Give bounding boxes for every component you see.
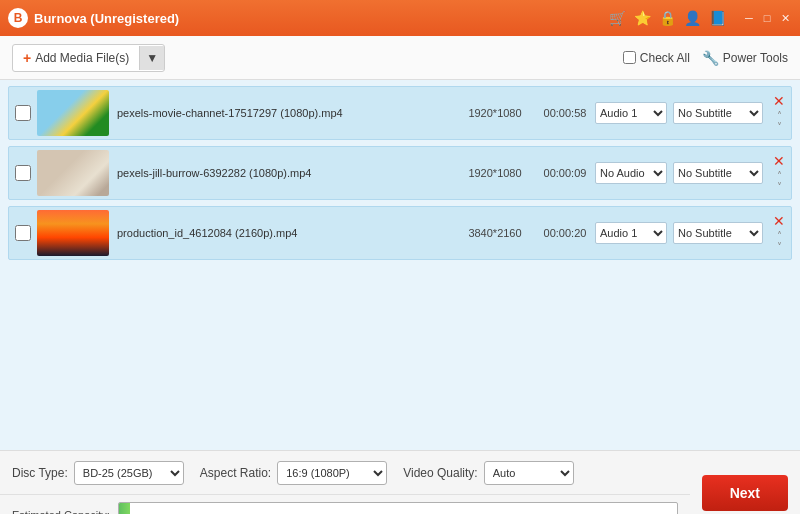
row-audio-select[interactable]: Audio 1Audio 2No Audio <box>595 102 667 124</box>
row-checkbox[interactable] <box>15 105 31 121</box>
row-subtitle-group: No SubtitleSubtitle 1 <box>673 222 763 244</box>
file-list: pexels-movie-channet-17517297 (1080p).mp… <box>0 80 800 450</box>
aspect-ratio-group: Aspect Ratio: 16:9 (1080P)4:316:9 (720P) <box>200 461 387 485</box>
add-media-button[interactable]: + Add Media File(s) ▼ <box>12 44 165 72</box>
logo-letter: B <box>14 11 23 25</box>
row-order-arrows: ˄˅ <box>777 170 782 192</box>
video-quality-label: Video Quality: <box>403 466 478 480</box>
aspect-ratio-select[interactable]: 16:9 (1080P)4:316:9 (720P) <box>277 461 387 485</box>
row-delete-button[interactable]: ✕ <box>773 214 785 228</box>
row-actions: ✕˄˅ <box>773 214 785 252</box>
bottom-controls: Disc Type: BD-25 (25GB)BD-50 (50GB)DVD-5… <box>0 451 690 495</box>
row-up-arrow[interactable]: ˄ <box>777 110 782 121</box>
row-audio-select[interactable]: Audio 1Audio 2No Audio <box>595 162 667 184</box>
row-actions: ✕˄˅ <box>773 154 785 192</box>
row-filename: pexels-movie-channet-17517297 (1080p).mp… <box>117 107 455 119</box>
restore-button[interactable]: □ <box>760 11 774 25</box>
user-icon[interactable]: 👤 <box>684 10 701 26</box>
app-logo: B <box>8 8 28 28</box>
row-up-arrow[interactable]: ˄ <box>777 230 782 241</box>
capacity-fill <box>119 503 130 514</box>
row-down-arrow[interactable]: ˅ <box>777 121 782 132</box>
titlebar-left: B Burnova (Unregistered) <box>8 8 179 28</box>
row-thumbnail <box>37 210 109 256</box>
lock-icon[interactable]: 🔒 <box>659 10 676 26</box>
facebook-icon[interactable]: 📘 <box>709 10 726 26</box>
row-subtitle-group: No SubtitleSubtitle 1 <box>673 102 763 124</box>
table-row: pexels-movie-channet-17517297 (1080p).mp… <box>8 86 792 140</box>
row-resolution: 1920*1080 <box>455 107 535 119</box>
row-duration: 00:00:58 <box>535 107 595 119</box>
bottom-left: Disc Type: BD-25 (25GB)BD-50 (50GB)DVD-5… <box>0 451 690 514</box>
row-duration: 00:00:20 <box>535 227 595 239</box>
row-down-arrow[interactable]: ˅ <box>777 181 782 192</box>
aspect-ratio-label: Aspect Ratio: <box>200 466 271 480</box>
row-filename: production_id_4612084 (2160p).mp4 <box>117 227 455 239</box>
capacity-bar-row: Estimated Capacity: 2.5GB5GB7.5GB10GB12.… <box>0 495 690 514</box>
titlebar-icons: 🛒 ⭐ 🔒 👤 📘 ─ □ ✕ <box>609 10 792 26</box>
row-order-arrows: ˄˅ <box>777 110 782 132</box>
row-subtitle-group: No SubtitleSubtitle 1 <box>673 162 763 184</box>
power-tools-icon: 🔧 <box>702 50 719 66</box>
row-checkbox[interactable] <box>15 165 31 181</box>
row-checkbox[interactable] <box>15 225 31 241</box>
minimize-button[interactable]: ─ <box>742 11 756 25</box>
capacity-label: Estimated Capacity: <box>12 509 110 514</box>
capacity-track <box>118 502 678 514</box>
next-button[interactable]: Next <box>702 475 788 511</box>
row-up-arrow[interactable]: ˄ <box>777 170 782 181</box>
power-tools-button[interactable]: 🔧 Power Tools <box>702 50 788 66</box>
video-quality-group: Video Quality: AutoHighMediumLow <box>403 461 574 485</box>
power-tools-label: Power Tools <box>723 51 788 65</box>
row-subtitle-select[interactable]: No SubtitleSubtitle 1 <box>673 102 763 124</box>
row-delete-button[interactable]: ✕ <box>773 94 785 108</box>
row-thumbnail <box>37 90 109 136</box>
video-quality-select[interactable]: AutoHighMediumLow <box>484 461 574 485</box>
title-bar: B Burnova (Unregistered) 🛒 ⭐ 🔒 👤 📘 ─ □ ✕ <box>0 0 800 36</box>
close-button[interactable]: ✕ <box>778 11 792 25</box>
bottom-bar: Disc Type: BD-25 (25GB)BD-50 (50GB)DVD-5… <box>0 450 800 514</box>
row-down-arrow[interactable]: ˅ <box>777 241 782 252</box>
check-all-text: Check All <box>640 51 690 65</box>
capacity-bar-container: 2.5GB5GB7.5GB10GB12.5GB15GB17.5GB20GB22.… <box>118 502 678 514</box>
table-row: production_id_4612084 (2160p).mp43840*21… <box>8 206 792 260</box>
disc-type-group: Disc Type: BD-25 (25GB)BD-50 (50GB)DVD-5… <box>12 461 184 485</box>
window-controls: ─ □ ✕ <box>742 11 792 25</box>
row-subtitle-select[interactable]: No SubtitleSubtitle 1 <box>673 222 763 244</box>
row-audio-select[interactable]: Audio 1Audio 2No Audio <box>595 222 667 244</box>
row-delete-button[interactable]: ✕ <box>773 154 785 168</box>
row-resolution: 1920*1080 <box>455 167 535 179</box>
row-actions: ✕˄˅ <box>773 94 785 132</box>
row-filename: pexels-jill-burrow-6392282 (1080p).mp4 <box>117 167 455 179</box>
disc-type-label: Disc Type: <box>12 466 68 480</box>
toolbar-right: Check All 🔧 Power Tools <box>623 50 788 66</box>
row-audio-group: Audio 1Audio 2No Audio <box>595 162 667 184</box>
app-title: Burnova (Unregistered) <box>34 11 179 26</box>
cart-icon[interactable]: 🛒 <box>609 10 626 26</box>
bottom-main: Disc Type: BD-25 (25GB)BD-50 (50GB)DVD-5… <box>0 451 800 514</box>
add-icon: + <box>23 50 31 66</box>
row-resolution: 3840*2160 <box>455 227 535 239</box>
check-all-checkbox[interactable] <box>623 51 636 64</box>
row-thumbnail <box>37 150 109 196</box>
table-row: pexels-jill-burrow-6392282 (1080p).mp419… <box>8 146 792 200</box>
row-order-arrows: ˄˅ <box>777 230 782 252</box>
row-duration: 00:00:09 <box>535 167 595 179</box>
add-media-dropdown-arrow[interactable]: ▼ <box>139 46 164 70</box>
check-all-label[interactable]: Check All <box>623 51 690 65</box>
add-media-label: Add Media File(s) <box>35 51 129 65</box>
row-audio-group: Audio 1Audio 2No Audio <box>595 102 667 124</box>
disc-type-select[interactable]: BD-25 (25GB)BD-50 (50GB)DVD-5 (4.7GB)DVD… <box>74 461 184 485</box>
bottom-right: Next <box>690 451 800 514</box>
toolbar: + Add Media File(s) ▼ Check All 🔧 Power … <box>0 36 800 80</box>
row-subtitle-select[interactable]: No SubtitleSubtitle 1 <box>673 162 763 184</box>
row-audio-group: Audio 1Audio 2No Audio <box>595 222 667 244</box>
star-icon[interactable]: ⭐ <box>634 10 651 26</box>
